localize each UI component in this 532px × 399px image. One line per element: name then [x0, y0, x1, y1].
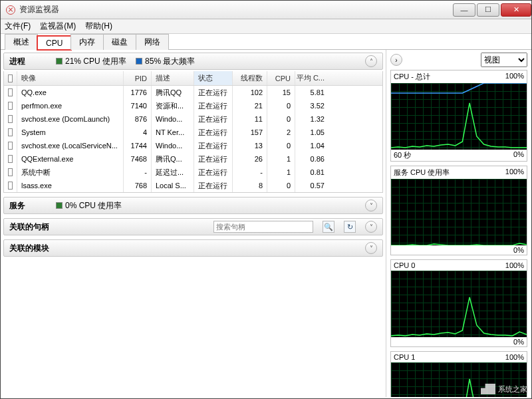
- maximize-button[interactable]: ☐: [477, 3, 499, 17]
- section-modules-header[interactable]: 关联的模块 ˅: [3, 239, 383, 257]
- expand-services-icon[interactable]: ˅: [365, 200, 377, 211]
- chart-plot: [391, 179, 527, 245]
- cell-image: QQExternal.exe: [17, 152, 124, 166]
- cell-image: svchost.exe (LocalServiceN...: [17, 139, 124, 152]
- cell-threads: -: [233, 166, 267, 179]
- cell-threads: 157: [233, 126, 267, 139]
- cell-image: System: [17, 126, 124, 139]
- cell-avg: 1.04: [295, 139, 329, 152]
- row-checkbox[interactable]: [8, 168, 13, 176]
- chart-title: CPU 1: [394, 353, 415, 361]
- section-handles-header[interactable]: 关联的句柄 🔍 ↻ ˅: [3, 218, 383, 235]
- col-pid[interactable]: PID: [124, 71, 152, 85]
- cell-status: 正在运行: [194, 112, 233, 126]
- close-button[interactable]: ✕: [501, 3, 531, 17]
- processes-title: 进程: [9, 56, 47, 67]
- expand-modules-icon[interactable]: ˅: [365, 242, 377, 254]
- row-checkbox[interactable]: [8, 155, 13, 163]
- row-checkbox[interactable]: [8, 102, 13, 110]
- titlebar: 资源监视器 — ☐ ✕: [1, 1, 531, 19]
- tab-memory[interactable]: 内存: [70, 34, 104, 50]
- table-row[interactable]: svchost.exe (DcomLaunch)876Windo...正在运行1…: [4, 112, 382, 126]
- menu-monitor[interactable]: 监视器(M): [40, 21, 76, 32]
- tab-cpu[interactable]: CPU: [37, 36, 71, 50]
- chart-1: 服务 CPU 使用率100%0%: [390, 166, 527, 255]
- chart-foot-right: 0%: [513, 150, 524, 160]
- table-row[interactable]: System4NT Ker...正在运行15721.05: [4, 126, 382, 139]
- cell-status: 正在运行: [194, 166, 233, 179]
- cell-cpu: 2: [267, 126, 295, 139]
- row-checkbox[interactable]: [8, 115, 13, 123]
- col-image[interactable]: 映像: [17, 71, 124, 85]
- services-cpu-icon: [56, 202, 63, 209]
- chart-pct: 100%: [505, 261, 524, 269]
- services-title: 服务: [9, 200, 47, 211]
- cell-avg: 0.86: [295, 152, 329, 166]
- cell-pid: 1776: [124, 86, 152, 99]
- cell-threads: 26: [233, 152, 267, 166]
- table-row[interactable]: lsass.exe768Local S...正在运行800.57: [4, 179, 382, 192]
- table-row[interactable]: QQ.exe1776腾讯QQ正在运行102155.81: [4, 86, 382, 99]
- row-checkbox[interactable]: [8, 88, 13, 96]
- row-checkbox[interactable]: [8, 128, 13, 136]
- search-icon[interactable]: 🔍: [323, 221, 334, 233]
- col-cpu[interactable]: CPU: [267, 71, 295, 85]
- chart-foot-right: 0%: [513, 338, 524, 346]
- refresh-icon[interactable]: ↻: [344, 221, 356, 233]
- col-status[interactable]: 状态: [194, 71, 233, 85]
- row-checkbox[interactable]: [8, 182, 13, 190]
- select-all-checkbox[interactable]: [8, 74, 13, 82]
- cell-pid: 7140: [124, 99, 152, 112]
- cell-avg: 5.81: [295, 86, 329, 99]
- left-pane: 进程 21% CPU 使用率 85% 最大频率 ˄ 映像 PID 描述 状态 线…: [1, 50, 386, 397]
- col-desc[interactable]: 描述: [152, 71, 194, 85]
- tab-disk[interactable]: 磁盘: [103, 34, 136, 50]
- tabs: 概述 CPU 内存 磁盘 网络: [1, 34, 531, 50]
- table-row[interactable]: 系统中断-延迟过...正在运行-10.81: [4, 166, 382, 179]
- chart-foot-left: 60 秒: [394, 150, 411, 160]
- chart-2: CPU 0100%0%: [390, 259, 527, 347]
- section-processes-header[interactable]: 进程 21% CPU 使用率 85% 最大频率 ˄: [3, 53, 383, 70]
- search-handles-input[interactable]: [213, 221, 313, 233]
- app-icon: [6, 5, 15, 15]
- cell-image: QQ.exe: [17, 86, 124, 99]
- cell-cpu: 0: [267, 179, 295, 192]
- collapse-right-icon[interactable]: ›: [390, 54, 402, 66]
- row-checkbox[interactable]: [8, 142, 13, 150]
- col-threads[interactable]: 线程数: [233, 71, 267, 85]
- table-row[interactable]: perfmon.exe7140资源和...正在运行2103.52: [4, 99, 382, 112]
- cell-threads: 21: [233, 99, 267, 112]
- minimize-button[interactable]: —: [453, 3, 475, 17]
- cell-status: 正在运行: [194, 126, 233, 139]
- menu-file[interactable]: 文件(F): [5, 21, 31, 32]
- cell-cpu: 1: [267, 166, 295, 179]
- cell-pid: -: [124, 166, 152, 179]
- watermark-text: 系统之家: [498, 384, 527, 394]
- view-select[interactable]: 视图: [481, 53, 527, 67]
- table-row[interactable]: QQExternal.exe7468腾讯Q...正在运行2610.86: [4, 152, 382, 166]
- handles-title: 关联的句柄: [9, 221, 49, 233]
- cell-pid: 768: [124, 179, 152, 192]
- cell-cpu: 0: [267, 99, 295, 112]
- cell-image: perfmon.exe: [17, 99, 124, 112]
- cell-avg: 1.32: [295, 112, 329, 126]
- cpu-usage-icon: [56, 58, 63, 65]
- cell-desc: 延迟过...: [152, 166, 194, 179]
- tab-network[interactable]: 网络: [136, 34, 169, 50]
- tab-overview[interactable]: 概述: [5, 34, 38, 50]
- menu-help[interactable]: 帮助(H): [85, 21, 112, 32]
- watermark: 系统之家: [481, 384, 527, 394]
- collapse-processes-icon[interactable]: ˄: [365, 55, 377, 67]
- chart-pct: 100%: [505, 168, 524, 178]
- expand-handles-icon[interactable]: ˅: [365, 221, 377, 233]
- cell-desc: Local S...: [152, 179, 194, 192]
- chart-plot: [391, 83, 527, 150]
- cell-image: svchost.exe (DcomLaunch): [17, 112, 124, 126]
- chart-pct: 100%: [505, 353, 524, 361]
- section-services-header[interactable]: 服务 0% CPU 使用率 ˅: [3, 197, 383, 214]
- col-avg[interactable]: 平均 C...: [295, 71, 329, 85]
- table-row[interactable]: svchost.exe (LocalServiceN...1744Windo..…: [4, 139, 382, 152]
- cell-desc: 资源和...: [152, 99, 194, 112]
- max-freq-icon: [136, 58, 142, 65]
- cell-cpu: 15: [267, 86, 295, 99]
